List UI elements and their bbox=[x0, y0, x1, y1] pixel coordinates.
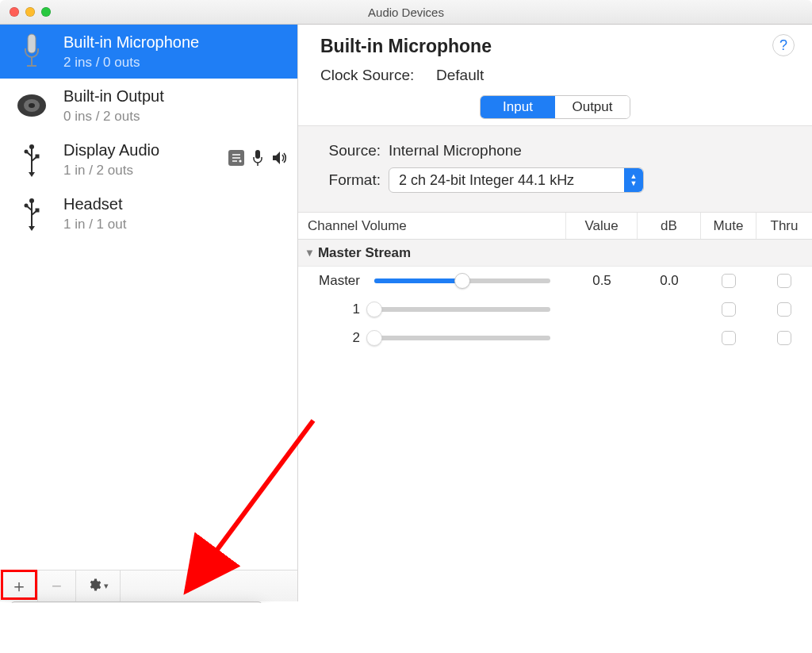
master-stream-label: Master Stream bbox=[318, 245, 411, 261]
channel-row-master: Master 0.5 0.0 bbox=[298, 267, 812, 295]
thru-checkbox-1[interactable] bbox=[777, 302, 791, 317]
device-sidebar: Built-in Microphone 2 ins / 0 outs bbox=[0, 25, 298, 601]
device-item-built-in-output[interactable]: Built-in Output 0 ins / 2 outs bbox=[0, 79, 297, 133]
remove-device-button[interactable]: − bbox=[38, 570, 76, 601]
chevron-down-icon: ▾ bbox=[104, 581, 109, 591]
usb-icon bbox=[14, 196, 49, 231]
device-item-display-audio[interactable]: Display Audio 1 in / 2 outs bbox=[0, 133, 297, 186]
source-row: Source: Internal Microphone bbox=[320, 142, 795, 159]
disclosure-triangle-icon[interactable]: ▼ bbox=[304, 247, 315, 259]
svg-point-12 bbox=[239, 159, 241, 162]
device-name: Display Audio bbox=[63, 140, 213, 160]
output-device-icon bbox=[270, 149, 288, 170]
device-indicators bbox=[228, 149, 288, 170]
zoom-window-button[interactable] bbox=[41, 7, 51, 17]
volume-slider-master[interactable] bbox=[374, 278, 550, 283]
system-default-icon bbox=[228, 149, 245, 170]
clock-source-label: Clock Source: bbox=[320, 67, 423, 84]
input-device-icon bbox=[251, 149, 264, 170]
source-format-block: Source: Internal Microphone Format: 2 ch… bbox=[298, 125, 812, 213]
io-tabs-row: Input Output bbox=[298, 90, 812, 125]
detail-title: Built-in Microphone bbox=[320, 36, 795, 57]
channel-label: 2 bbox=[298, 330, 368, 346]
device-text: Built-in Microphone 2 ins / 0 outs bbox=[63, 33, 288, 71]
volume-db: 0.0 bbox=[638, 273, 701, 289]
add-device-button[interactable]: ＋ bbox=[0, 570, 38, 601]
device-detail-panel: Built-in Microphone ? Clock Source: Defa… bbox=[298, 25, 812, 601]
minimize-window-button[interactable] bbox=[25, 7, 35, 17]
volume-value: 0.5 bbox=[566, 273, 638, 289]
svg-rect-13 bbox=[255, 150, 260, 159]
stepper-icon: ▲▼ bbox=[624, 168, 643, 192]
device-item-built-in-microphone[interactable]: Built-in Microphone 2 ins / 0 outs bbox=[0, 25, 297, 79]
mute-checkbox-1[interactable] bbox=[722, 302, 736, 317]
io-segmented-control[interactable]: Input Output bbox=[480, 95, 630, 119]
channel-label: Master bbox=[298, 273, 368, 289]
gear-icon bbox=[87, 576, 102, 597]
tab-output[interactable]: Output bbox=[555, 96, 630, 118]
device-text: Headset 1 in / 1 out bbox=[63, 194, 288, 232]
format-select[interactable]: 2 ch 24-bit Integer 44.1 kHz ▲▼ bbox=[389, 167, 644, 193]
help-icon: ? bbox=[779, 37, 787, 54]
source-value: Internal Microphone bbox=[389, 142, 522, 159]
device-name: Headset bbox=[63, 194, 288, 214]
col-db[interactable]: dB bbox=[638, 213, 701, 239]
device-io: 0 ins / 2 outs bbox=[63, 108, 288, 125]
svg-point-8 bbox=[25, 150, 29, 154]
volume-slider-2[interactable] bbox=[374, 336, 550, 340]
col-thru[interactable]: Thru bbox=[756, 213, 812, 239]
configure-device-button[interactable]: ▾ bbox=[76, 570, 121, 601]
channel-row-1: 1 bbox=[298, 295, 812, 324]
tab-input[interactable]: Input bbox=[481, 96, 555, 118]
channel-label: 1 bbox=[298, 302, 368, 317]
help-button[interactable]: ? bbox=[772, 34, 795, 56]
svg-rect-18 bbox=[36, 209, 40, 213]
device-io: 1 in / 2 outs bbox=[63, 162, 213, 179]
clock-source-row: Clock Source: Default bbox=[320, 67, 795, 84]
microphone-icon bbox=[14, 33, 49, 71]
col-mute[interactable]: Mute bbox=[701, 213, 756, 239]
device-list[interactable]: Built-in Microphone 2 ins / 0 outs bbox=[0, 25, 297, 570]
device-io: 2 ins / 0 outs bbox=[63, 54, 288, 71]
svg-rect-9 bbox=[36, 155, 40, 159]
audio-midi-window: Audio Devices Built-in Mi bbox=[0, 0, 812, 603]
svg-point-5 bbox=[29, 103, 35, 108]
device-text: Built-in Output 0 ins / 2 outs bbox=[63, 86, 288, 125]
header-section: Built-in Microphone ? Clock Source: Defa… bbox=[298, 25, 812, 90]
svg-marker-19 bbox=[29, 226, 35, 231]
mute-checkbox-master[interactable] bbox=[722, 274, 736, 288]
device-name: Built-in Microphone bbox=[63, 33, 288, 52]
clock-source-value: Default bbox=[436, 67, 484, 84]
format-row: Format: 2 ch 24-bit Integer 44.1 kHz ▲▼ bbox=[320, 167, 795, 193]
device-io: 1 in / 1 out bbox=[63, 216, 288, 232]
close-window-button[interactable] bbox=[10, 7, 19, 17]
device-item-headset[interactable]: Headset 1 in / 1 out bbox=[0, 186, 297, 240]
usb-icon bbox=[14, 142, 49, 177]
sidebar-toolbar: ＋ − ▾ bbox=[0, 570, 297, 601]
traffic-lights bbox=[0, 7, 51, 17]
thru-checkbox-2[interactable] bbox=[777, 331, 791, 345]
svg-rect-0 bbox=[28, 34, 36, 53]
format-value: 2 ch 24-bit Integer 44.1 kHz bbox=[399, 172, 574, 189]
content-split: Built-in Microphone 2 ins / 0 outs bbox=[0, 25, 812, 601]
channel-volume-table: Channel Volume Value dB Mute Thru ▼ Mast… bbox=[298, 213, 812, 601]
channel-row-2: 2 bbox=[298, 324, 812, 352]
titlebar: Audio Devices bbox=[0, 0, 812, 25]
add-device-menu[interactable]: Create Aggregate Device Create Multi-Out… bbox=[11, 601, 262, 603]
master-stream-row[interactable]: ▼ Master Stream bbox=[298, 240, 812, 267]
volume-slider-1[interactable] bbox=[374, 307, 550, 312]
thru-checkbox-master[interactable] bbox=[777, 274, 791, 288]
source-label: Source: bbox=[320, 142, 389, 159]
svg-marker-10 bbox=[29, 172, 35, 177]
col-value[interactable]: Value bbox=[566, 213, 638, 239]
device-name: Built-in Output bbox=[63, 86, 288, 106]
mute-checkbox-2[interactable] bbox=[722, 331, 736, 345]
window-title: Audio Devices bbox=[0, 6, 812, 19]
channel-table-header: Channel Volume Value dB Mute Thru bbox=[298, 213, 812, 240]
format-label: Format: bbox=[320, 171, 389, 189]
device-text: Display Audio 1 in / 2 outs bbox=[63, 140, 213, 179]
col-channel[interactable]: Channel Volume bbox=[298, 213, 566, 239]
speaker-icon bbox=[14, 88, 49, 123]
svg-point-17 bbox=[25, 204, 29, 208]
